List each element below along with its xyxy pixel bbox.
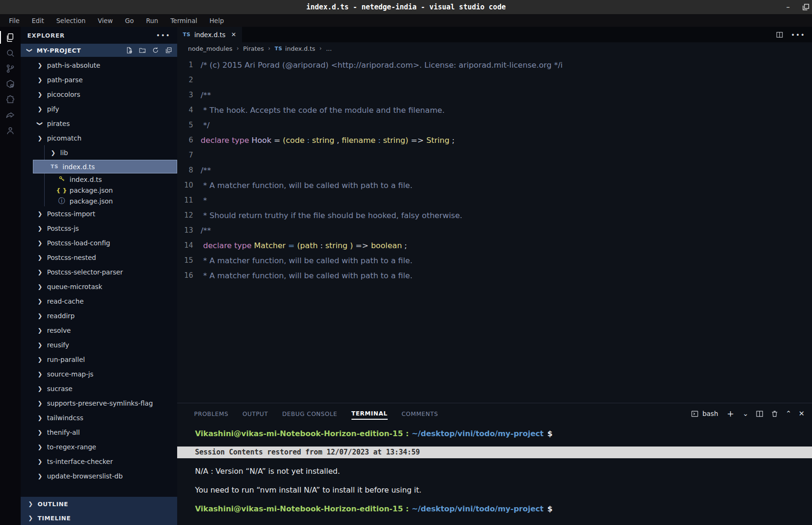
tree-item-picocolors[interactable]: ❯picocolors <box>21 87 177 102</box>
chevron-right-icon: ❯ <box>37 444 43 450</box>
code-token: ; <box>452 136 455 145</box>
tree-item-run-parallel[interactable]: ❯run-parallel <box>21 352 177 367</box>
tree-item-Postcss-js[interactable]: ❯Postcss-js <box>21 221 177 235</box>
close-panel-icon[interactable]: ✕ <box>798 409 804 418</box>
chevron-right-icon: ❯ <box>37 415 43 421</box>
source-control-icon[interactable] <box>0 61 21 76</box>
tree-item-source-map-js[interactable]: ❯source-map-js <box>21 367 177 381</box>
minimize-button[interactable]: – <box>784 3 792 11</box>
tab-index-d-ts[interactable]: TS index.d.ts ✕ <box>177 27 242 42</box>
chevron-right-icon: ❯ <box>37 240 43 246</box>
kill-terminal-icon[interactable] <box>771 410 779 418</box>
tree-item-Postcss-load-config[interactable]: ❯Postcss-load-config <box>21 235 177 250</box>
share-icon[interactable] <box>0 107 21 123</box>
tree-item-to-regex-range[interactable]: ❯to-regex-range <box>21 439 177 454</box>
tree-item-read-cache[interactable]: ❯read-cache <box>21 294 177 308</box>
tree-item-path-parse[interactable]: ❯path-parse <box>21 72 177 87</box>
explorer-icon[interactable] <box>0 30 21 45</box>
refresh-icon[interactable] <box>152 47 159 54</box>
menu-item-file[interactable]: File <box>3 17 26 24</box>
menu-item-go[interactable]: Go <box>119 17 140 24</box>
terminal-dropdown-icon[interactable]: ⌄ <box>742 409 749 418</box>
tree-item-Postcss-nested[interactable]: ❯Postcss-nested <box>21 250 177 265</box>
new-file-icon[interactable] <box>125 47 133 54</box>
search-icon[interactable] <box>0 45 21 61</box>
tree-item-update-browserslist-db[interactable]: ❯update-browserslist-db <box>21 469 177 483</box>
keys-file-icon <box>57 175 66 184</box>
code-token: , <box>337 136 342 145</box>
tree-item-picomatch[interactable]: ❯picomatch <box>21 131 177 145</box>
tree-item-Postcss-selector-parser[interactable]: ❯Postcss-selector-parser <box>21 265 177 279</box>
panel-tab-output[interactable]: OUTPUT <box>242 408 268 419</box>
code-editor[interactable]: 1/* (c) 2015 Ari Porad (@ariporad) <http… <box>177 55 812 403</box>
tree-item-queue-microtask[interactable]: ❯queue-microtask <box>21 279 177 294</box>
line-number: 13 <box>177 226 201 235</box>
tree-item-tailwindcss[interactable]: ❯tailwindcss <box>21 410 177 425</box>
chevron-right-icon: ❯ <box>37 62 43 69</box>
panel-tab-problems[interactable]: PROBLEMS <box>194 408 228 419</box>
breadcrumb-separator: › <box>320 45 322 52</box>
breadcrumb-item-nodemodules[interactable]: node_modules <box>188 45 232 52</box>
tree-item-path-is-absolute[interactable]: ❯path-is-absolute <box>21 58 177 72</box>
more-actions-icon[interactable]: ••• <box>791 31 805 39</box>
prompt-user: Vikashini@vikas-mi-Notebook-Horizon-edit… <box>195 429 403 438</box>
menu-item-selection[interactable]: Selection <box>50 17 92 24</box>
explorer-more-icon[interactable]: ••• <box>156 31 171 39</box>
tree-item-supports-preserve-symlinks-flag[interactable]: ❯supports-preserve-symlinks-flag <box>21 396 177 410</box>
code-line-1: 1/* (c) 2015 Ari Porad (@ariporad) <http… <box>177 57 812 72</box>
tree-item-label: resolve <box>47 327 71 334</box>
restore-button[interactable] <box>803 4 811 10</box>
outline-section[interactable]: ❯ OUTLINE <box>21 497 177 511</box>
timeline-section[interactable]: ❯ TIMELINE <box>21 511 177 525</box>
tree-item-lib[interactable]: ❯lib <box>21 145 177 160</box>
shell-selector[interactable]: bash <box>691 410 718 418</box>
tree-item-label: run-parallel <box>47 356 85 363</box>
breadcrumb-item-Pirates[interactable]: Pirates <box>243 45 264 52</box>
menu-item-edit[interactable]: Edit <box>26 17 50 24</box>
maximize-panel-icon[interactable]: ⌃ <box>786 409 792 418</box>
panel-tab-debug-console[interactable]: DEBUG CONSOLE <box>282 408 337 419</box>
collapse-all-icon[interactable] <box>165 47 172 54</box>
menu-item-help[interactable]: Help <box>203 17 230 24</box>
menu-item-view[interactable]: View <box>92 17 119 24</box>
breadcrumb-item-indexdts[interactable]: TSindex.d.ts <box>274 45 315 52</box>
line-number: 11 <box>177 196 201 204</box>
debug-icon[interactable] <box>0 76 21 92</box>
tree-item-ts-interface-checker[interactable]: ❯ts-interface-checker <box>21 454 177 469</box>
tree-item-selected-index.d.ts[interactable]: TSindex.d.ts <box>33 160 177 173</box>
account-icon[interactable] <box>0 123 21 138</box>
tree-item-label: Postcss-load-config <box>47 239 110 247</box>
tree-item-pirates[interactable]: ❯pirates <box>21 116 177 131</box>
tree-item-readdirp[interactable]: ❯readdirp <box>21 308 177 323</box>
tree-item-resolve[interactable]: ❯resolve <box>21 323 177 337</box>
tree-item-label: readdirp <box>47 312 75 320</box>
tree-item-sucrase[interactable]: ❯sucrase <box>21 381 177 396</box>
breadcrumb-item-[interactable]: ... <box>326 45 332 52</box>
menu-item-terminal[interactable]: Terminal <box>164 17 203 24</box>
close-tab-icon[interactable]: ✕ <box>231 31 236 38</box>
tree-item-reusify[interactable]: ❯reusify <box>21 337 177 352</box>
menu-item-run[interactable]: Run <box>140 17 164 24</box>
code-token: = <box>288 241 297 250</box>
extensions-icon[interactable] <box>0 92 21 107</box>
tree-item-label: Postcss-import <box>47 210 95 218</box>
explorer-title: EXPLORER <box>27 32 65 39</box>
new-folder-icon[interactable] <box>139 47 146 54</box>
timeline-label: TIMELINE <box>38 515 71 522</box>
panel-tab-comments[interactable]: COMMENTS <box>402 408 438 419</box>
split-editor-icon[interactable] <box>776 31 783 39</box>
tree-item-pify[interactable]: ❯pify <box>21 102 177 116</box>
window-title: index.d.ts - netedge-india - visual stud… <box>0 0 812 14</box>
project-section-header[interactable]: ❯ MY-PROJECT <box>21 44 177 57</box>
tree-item-package.json[interactable]: { }package.json <box>21 185 177 196</box>
tree-item-index.d.ts[interactable]: index.d.ts <box>21 173 177 185</box>
terminal-content[interactable]: Vikashini@vikas-mi-Notebook-Horizon-edit… <box>177 424 812 525</box>
tree-item-package.json[interactable]: ⓘpackage.json <box>21 196 177 206</box>
breadcrumb-label: node_modules <box>188 45 232 52</box>
new-terminal-icon[interactable]: ＋ <box>725 407 735 421</box>
tree-item-Postcss-import[interactable]: ❯Postcss-import <box>21 206 177 221</box>
title-bar: index.d.ts - netedge-india - visual stud… <box>0 0 812 14</box>
tree-item-thenify-all[interactable]: ❯thenify-all <box>21 425 177 439</box>
panel-tab-terminal[interactable]: TERMINAL <box>351 408 388 420</box>
split-terminal-icon[interactable] <box>756 410 764 418</box>
